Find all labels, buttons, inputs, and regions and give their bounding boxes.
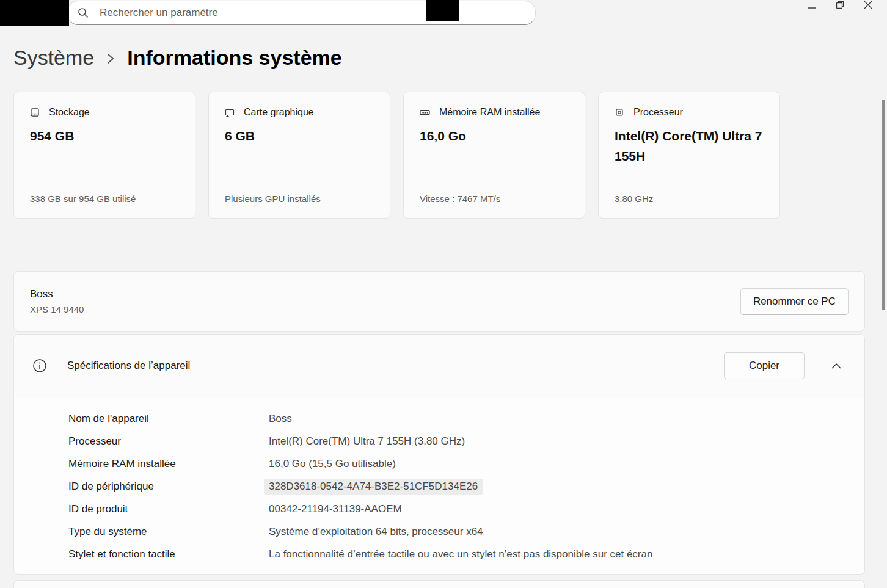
device-name-card: Boss XPS 14 9440 Renommer ce PC <box>13 271 865 332</box>
minimize-icon <box>808 1 816 9</box>
spec-label: Nom de l'appareil <box>68 413 269 425</box>
collapse-button[interactable] <box>824 354 849 378</box>
spec-row: Nom de l'appareil Boss <box>14 407 864 430</box>
card-subtitle: 3.80 GHz <box>615 193 764 205</box>
specs-table: Nom de l'appareil Boss Processeur Intel(… <box>14 397 864 574</box>
spec-row: ID de périphérique 328D3618-0542-4A74-B3… <box>14 475 864 498</box>
gpu-card: Carte graphique 6 GB Plusieurs GPU insta… <box>208 92 390 219</box>
device-name: Boss <box>30 288 84 301</box>
settings-search-box[interactable] <box>67 1 536 25</box>
restore-button[interactable] <box>826 0 854 13</box>
card-value: 16,0 Go <box>420 126 569 146</box>
card-title: Carte graphique <box>244 107 314 118</box>
storage-icon <box>30 107 40 117</box>
spec-value: 16,0 Go (15,5 Go utilisable) <box>269 458 396 470</box>
device-info: Boss XPS 14 9440 <box>30 288 84 315</box>
minimize-button[interactable] <box>798 0 826 13</box>
window-controls <box>798 0 882 13</box>
breadcrumb-parent[interactable]: Système <box>13 43 94 71</box>
card-value: 6 GB <box>225 126 374 146</box>
spec-value: Intel(R) Core(TM) Ultra 7 155H (3.80 GHz… <box>269 435 465 448</box>
spec-value-device-id: 328D3618-0542-4A74-B3E2-51CF5D134E26 <box>264 479 483 495</box>
chevron-up-icon <box>831 363 841 369</box>
spec-label: Mémoire RAM installée <box>68 458 269 470</box>
page-title: Informations système <box>127 43 341 71</box>
search-input[interactable] <box>100 7 525 19</box>
search-icon <box>78 7 89 18</box>
spec-label: Type du système <box>68 526 269 538</box>
spec-row: Processeur Intel(R) Core(TM) Ultra 7 155… <box>14 430 864 452</box>
storage-card: Stockage 954 GB 338 GB sur 954 GB utilis… <box>13 92 195 219</box>
restore-icon <box>836 1 844 9</box>
spec-value: 00342-21194-31139-AAOEM <box>269 503 402 515</box>
specs-section-title: Spécifications de l’appareil <box>67 360 190 372</box>
cpu-card: Processeur Intel(R) Core(TM) Ultra 7 155… <box>598 92 780 219</box>
card-title: Mémoire RAM installée <box>439 107 540 118</box>
card-value: 954 GB <box>30 126 179 146</box>
device-specifications-expander[interactable]: Spécifications de l’appareil Copier <box>14 335 864 397</box>
card-subtitle: 338 GB sur 954 GB utilisé <box>30 193 179 205</box>
breadcrumb: Système Informations système <box>13 43 342 71</box>
redaction-block <box>426 0 459 21</box>
settings-about-page: { "search": { "placeholder": "Rechercher… <box>0 0 887 588</box>
spec-value: La fonctionnalité d’entrée tactile ou av… <box>269 548 652 561</box>
spec-label: ID de périphérique <box>68 481 269 493</box>
spec-label: Stylet et fonction tactile <box>68 548 269 561</box>
spec-row: ID de produit 00342-21194-31139-AAOEM <box>14 498 864 520</box>
spec-label: ID de produit <box>68 503 269 515</box>
card-value: Intel(R) Core(TM) Ultra 7 155H <box>615 126 764 166</box>
ram-card: Mémoire RAM installée 16,0 Go Vitesse : … <box>403 92 585 219</box>
card-subtitle: Vitesse : 7467 MT/s <box>420 193 569 205</box>
ram-icon <box>420 107 430 117</box>
spec-label: Processeur <box>68 435 269 448</box>
vertical-scrollbar[interactable] <box>882 100 885 310</box>
spec-row: Stylet et fonction tactile La fonctionna… <box>14 543 864 565</box>
info-icon <box>32 358 47 373</box>
cpu-icon <box>615 107 624 117</box>
rename-pc-button[interactable]: Renommer ce PC <box>740 288 849 315</box>
breadcrumb-chevron-icon <box>105 50 116 65</box>
close-icon <box>864 1 872 9</box>
close-button[interactable] <box>854 0 882 13</box>
copy-button[interactable]: Copier <box>724 352 805 379</box>
card-title: Stockage <box>49 107 90 118</box>
spec-value: Système d’exploitation 64 bits, processe… <box>269 526 483 538</box>
spec-row: Type du système Système d’exploitation 6… <box>14 520 864 543</box>
gpu-icon <box>225 107 235 117</box>
redaction-block <box>0 0 69 26</box>
next-section-card-partial[interactable] <box>13 580 865 588</box>
spec-row: Mémoire RAM installée 16,0 Go (15,5 Go u… <box>14 452 864 475</box>
device-model: XPS 14 9440 <box>30 303 84 315</box>
card-title: Processeur <box>633 107 683 118</box>
card-subtitle: Plusieurs GPU installés <box>225 193 374 205</box>
overview-cards: Stockage 954 GB 338 GB sur 954 GB utilis… <box>13 92 780 219</box>
spec-value: Boss <box>269 413 292 425</box>
device-specifications-card: Spécifications de l’appareil Copier Nom … <box>13 334 865 575</box>
